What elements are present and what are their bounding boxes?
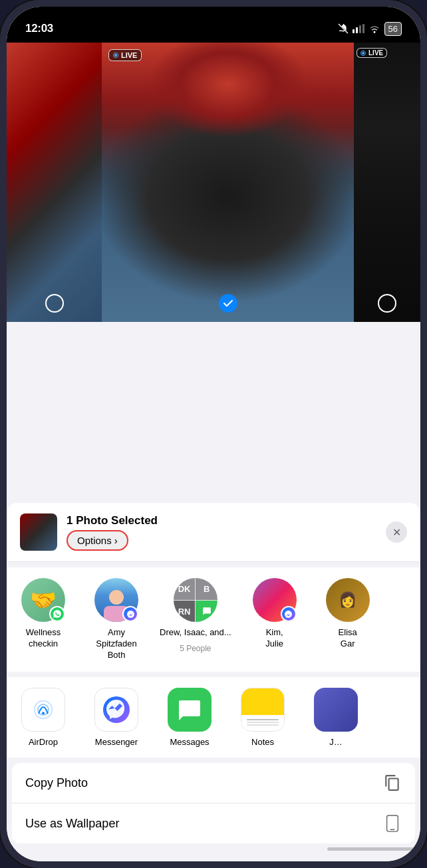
- live-badge-right: LIVE: [356, 48, 387, 58]
- badge-whatsapp: [49, 606, 65, 622]
- battery-level: 56: [384, 22, 402, 36]
- contact-sub-group: 5 People: [180, 644, 211, 653]
- copy-icon: [383, 774, 402, 792]
- app-item-airdrop[interactable]: AirDrop: [7, 688, 80, 747]
- svg-point-6: [35, 701, 53, 719]
- badge-messenger-amy: [122, 606, 138, 622]
- screen-content: LIVE LIVE: [7, 43, 420, 861]
- live-dot-center: [113, 53, 118, 58]
- airdrop-icon: [21, 688, 65, 732]
- app-label-messages: Messages: [170, 737, 209, 747]
- contact-avatar-elisa: 👩: [326, 578, 370, 622]
- photo-left[interactable]: [7, 43, 102, 322]
- action-wallpaper-label: Use as Wallpaper: [25, 817, 119, 831]
- messages-icon: [168, 688, 212, 732]
- select-circle-right[interactable]: [378, 294, 396, 313]
- contact-group[interactable]: DK B RN Drew, Isaac, and...: [153, 578, 238, 661]
- cell-rn: RN: [174, 601, 196, 623]
- wifi-icon: [368, 24, 380, 33]
- contact-avatar-kim: [253, 578, 297, 622]
- contact-name-kim: Kim,Julie: [265, 627, 283, 650]
- contacts-row: 🤝 Wellnesscheckin: [7, 567, 420, 672]
- app-item-notes[interactable]: Notes: [226, 688, 299, 747]
- contact-avatar-amy: [94, 578, 138, 622]
- svg-rect-9: [387, 815, 398, 831]
- svg-rect-4: [362, 24, 364, 33]
- app-item-messenger[interactable]: Messenger: [80, 688, 153, 747]
- share-header: 1 Photo Selected Options › ✕: [7, 503, 420, 562]
- options-button[interactable]: Options ›: [67, 530, 128, 551]
- svg-rect-3: [359, 25, 361, 33]
- dynamic-island: [172, 16, 255, 40]
- app-label-notes: Notes: [251, 737, 274, 747]
- contact-avatar-wellness: 🤝: [21, 578, 65, 622]
- home-indicator: [327, 847, 420, 851]
- notes-line-1: [247, 719, 279, 720]
- action-copy-label: Copy Photo: [25, 776, 88, 790]
- contact-avatar-group: DK B RN: [174, 578, 217, 622]
- contact-name-wellness: Wellnesscheckin: [26, 627, 61, 650]
- contact-name-elisa: ElisaGar: [339, 627, 357, 650]
- avatar-amy-head: [109, 590, 124, 605]
- fifth-app-icon: [314, 688, 358, 732]
- notes-icon: [241, 688, 285, 732]
- contact-amy[interactable]: AmySpitzfadenBoth: [80, 578, 153, 661]
- share-sheet: 1 Photo Selected Options › ✕: [7, 503, 420, 861]
- cell-msg: [196, 601, 217, 623]
- avatar-group: DK B RN: [174, 578, 217, 622]
- badge-messenger-kim: [281, 606, 297, 622]
- svg-rect-1: [353, 29, 355, 33]
- live-dot-right: [360, 51, 366, 56]
- avatar-elisa-icon: 👩: [326, 578, 370, 622]
- contact-name-group: Drew, Isaac, and...: [160, 627, 231, 639]
- app-row: AirDrop: [7, 677, 420, 758]
- notification-mute-icon: [338, 23, 349, 34]
- share-title: 1 Photo Selected: [67, 514, 376, 527]
- share-thumbnail: [20, 513, 57, 551]
- phone-screen: 12:03: [7, 7, 420, 861]
- cell-b: B: [196, 578, 217, 600]
- messenger-icon: [94, 688, 138, 732]
- phone-frame: 12:03: [0, 0, 427, 868]
- svg-point-7: [42, 712, 45, 714]
- select-circle-center[interactable]: [219, 294, 237, 313]
- status-bar: 12:03: [7, 7, 420, 43]
- notes-top: [241, 688, 284, 715]
- action-rows: Copy Photo Use as Wallpaper: [12, 763, 415, 843]
- share-header-text: 1 Photo Selected Options ›: [67, 514, 376, 551]
- app-label-messenger: Messenger: [95, 737, 138, 747]
- status-time: 12:03: [25, 22, 53, 35]
- photo-strip: LIVE LIVE: [7, 43, 420, 322]
- action-copy-photo[interactable]: Copy Photo: [12, 763, 415, 803]
- live-badge-center: LIVE: [108, 49, 142, 61]
- cell-dk: DK: [174, 578, 196, 600]
- select-circle-left[interactable]: [45, 294, 64, 313]
- contact-kim[interactable]: Kim,Julie: [238, 578, 311, 661]
- app-item-messages[interactable]: Messages: [153, 688, 226, 747]
- app-item-fifth[interactable]: J…: [299, 688, 372, 747]
- close-button[interactable]: ✕: [386, 521, 407, 543]
- contact-elisa[interactable]: 👩 ElisaGar: [311, 578, 384, 661]
- contact-wellness[interactable]: 🤝 Wellnesscheckin: [7, 578, 80, 661]
- signal-icon: [353, 24, 364, 33]
- app-label-fifth: J…: [329, 737, 343, 747]
- svg-rect-2: [356, 27, 358, 33]
- photo-right[interactable]: LIVE: [354, 43, 420, 322]
- photo-center[interactable]: LIVE: [102, 43, 354, 322]
- status-icons: 56: [338, 22, 402, 36]
- notes-line-3: [247, 724, 279, 726]
- phone-icon: [383, 814, 402, 833]
- contact-name-amy: AmySpitzfadenBoth: [96, 627, 136, 661]
- action-wallpaper[interactable]: Use as Wallpaper: [12, 803, 415, 843]
- notes-line-2: [247, 722, 279, 723]
- app-label-airdrop: AirDrop: [29, 737, 58, 747]
- notes-bottom: [241, 715, 284, 732]
